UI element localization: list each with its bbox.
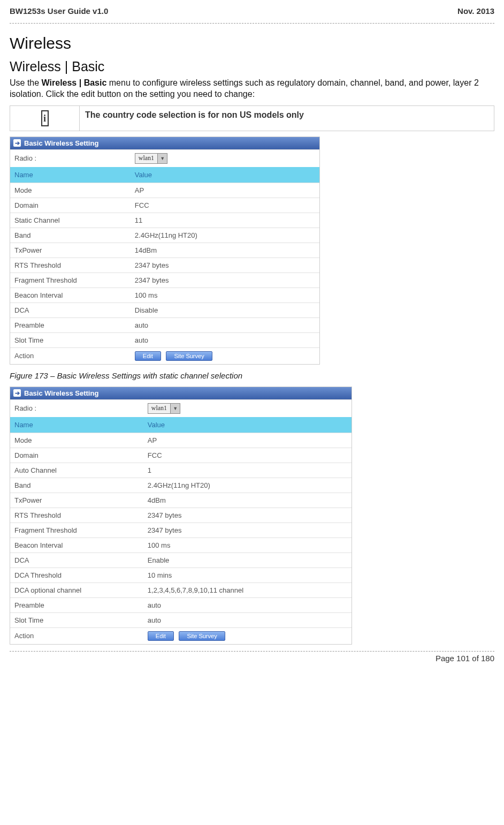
row-name: Domain — [14, 201, 135, 209]
row-name: RTS Threshold — [14, 511, 148, 519]
row-name: Beacon Interval — [14, 541, 148, 549]
radio-row: Radio : wlan1 ▼ — [10, 149, 319, 167]
table-row: ModeAP — [10, 183, 319, 198]
radio-label: Radio : — [14, 154, 135, 162]
row-value: 2.4GHz(11ng HT20) — [148, 481, 347, 489]
table-row: Fragment Threshold2347 bytes — [10, 523, 352, 538]
intro-paragraph: Use the Wireless | Basic menu to configu… — [10, 78, 494, 100]
note-icon-cell: i — [10, 106, 80, 131]
row-name: Fragment Threshold — [14, 276, 135, 284]
heading-wireless-basic: Wireless | Basic — [10, 59, 494, 74]
row-value: Disable — [135, 306, 315, 314]
row-name: DCA Threshold — [14, 571, 148, 579]
table-row: Beacon Interval100 ms — [10, 538, 352, 552]
table-row: Preambleauto — [10, 317, 319, 332]
site-survey-button[interactable]: Site Survey — [166, 351, 212, 361]
table-row: TxPower4dBm — [10, 493, 352, 508]
row-value: AP — [135, 186, 315, 194]
row-value: 2347 bytes — [148, 526, 347, 534]
page-number: Page 101 of 180 — [436, 654, 494, 663]
panel-title: ➔ Basic Wireless Setting — [10, 387, 352, 399]
row-name: Preamble — [14, 601, 148, 609]
table-row: DCAEnable — [10, 552, 352, 567]
table-row: RTS Threshold2347 bytes — [10, 508, 352, 523]
row-value: 2347 bytes — [135, 276, 315, 284]
row-name: Preamble — [14, 321, 135, 329]
row-value: FCC — [135, 201, 315, 209]
action-label: Action — [14, 352, 135, 360]
row-value: auto — [148, 601, 347, 609]
radio-select-value: wlan1 — [148, 404, 170, 412]
row-name: DCA optional channel — [14, 586, 148, 594]
collapse-icon[interactable]: ➔ — [13, 139, 21, 147]
table-header: Name Value — [10, 167, 319, 183]
radio-row: Radio : wlan1 ▼ — [10, 399, 352, 417]
row-name: Auto Channel — [14, 466, 148, 474]
row-name: Mode — [14, 186, 135, 194]
row-name: DCA — [14, 306, 135, 314]
col-name: Name — [14, 171, 135, 179]
row-name: Fragment Threshold — [14, 526, 148, 534]
table-row: DomainFCC — [10, 448, 352, 463]
row-value: 11 — [135, 216, 315, 224]
collapse-icon[interactable]: ➔ — [13, 389, 21, 397]
table-row: TxPower14dBm — [10, 243, 319, 258]
table-row: DomainFCC — [10, 198, 319, 213]
edit-button[interactable]: Edit — [148, 631, 174, 641]
row-name: Mode — [14, 436, 148, 444]
site-survey-button[interactable]: Site Survey — [179, 631, 225, 641]
intro-prefix: Use the — [10, 78, 42, 87]
row-value: Enable — [148, 556, 347, 564]
row-value: auto — [135, 336, 315, 344]
row-name: Band — [14, 231, 135, 239]
table-row: DCA optional channel1,2,3,4,5,6,7,8,9,10… — [10, 582, 352, 597]
row-value: 2347 bytes — [135, 261, 315, 269]
table-row: Static Channel11 — [10, 213, 319, 228]
row-value: 100 ms — [148, 541, 347, 549]
intro-bold: Wireless | Basic — [42, 78, 107, 87]
radio-label: Radio : — [14, 404, 148, 412]
row-value: auto — [135, 321, 315, 329]
panel-title: ➔ Basic Wireless Setting — [10, 137, 319, 149]
row-name: Slot Time — [14, 336, 135, 344]
table-row: RTS Threshold2347 bytes — [10, 258, 319, 273]
table-row: Fragment Threshold2347 bytes — [10, 273, 319, 287]
row-name: TxPower — [14, 246, 135, 254]
col-name: Name — [14, 421, 148, 429]
radio-select-value: wlan1 — [135, 154, 157, 162]
row-value: 2347 bytes — [148, 511, 347, 519]
chevron-down-icon: ▼ — [157, 154, 167, 163]
table-row: DCA Threshold10 mins — [10, 567, 352, 582]
heading-wireless: Wireless — [10, 34, 494, 52]
radio-select[interactable]: wlan1 ▼ — [148, 403, 180, 414]
table-row: DCADisable — [10, 302, 319, 317]
row-value: 10 mins — [148, 571, 347, 579]
page-footer: Page 101 of 180 — [10, 651, 494, 663]
col-value: Value — [135, 171, 315, 179]
row-name: Static Channel — [14, 216, 135, 224]
row-name: Domain — [14, 451, 148, 459]
row-name: RTS Threshold — [14, 261, 135, 269]
row-name: DCA — [14, 556, 148, 564]
table-row: ModeAP — [10, 433, 352, 448]
row-value: auto — [148, 616, 347, 624]
action-row: Action Edit Site Survey — [10, 627, 352, 644]
row-name: Beacon Interval — [14, 291, 135, 299]
table-row: Slot Timeauto — [10, 612, 352, 627]
radio-select[interactable]: wlan1 ▼ — [135, 153, 167, 164]
row-name: TxPower — [14, 496, 148, 504]
basic-wireless-panel-1: ➔ Basic Wireless Setting Radio : wlan1 ▼… — [10, 137, 320, 365]
table-header: Name Value — [10, 417, 352, 433]
row-name: Slot Time — [14, 616, 148, 624]
info-icon: i — [41, 110, 49, 126]
table-row: Preambleauto — [10, 597, 352, 612]
figure-caption: Figure 173 – Basic Wireless Settings wit… — [10, 371, 494, 380]
table-row: Slot Timeauto — [10, 332, 319, 347]
doc-date: Nov. 2013 — [457, 6, 494, 16]
row-value: FCC — [148, 451, 347, 459]
note-box: i The country code selection is for non … — [10, 105, 494, 131]
panel-title-text: Basic Wireless Setting — [24, 139, 98, 147]
edit-button[interactable]: Edit — [135, 351, 161, 361]
col-value: Value — [148, 421, 347, 429]
chevron-down-icon: ▼ — [170, 404, 180, 413]
